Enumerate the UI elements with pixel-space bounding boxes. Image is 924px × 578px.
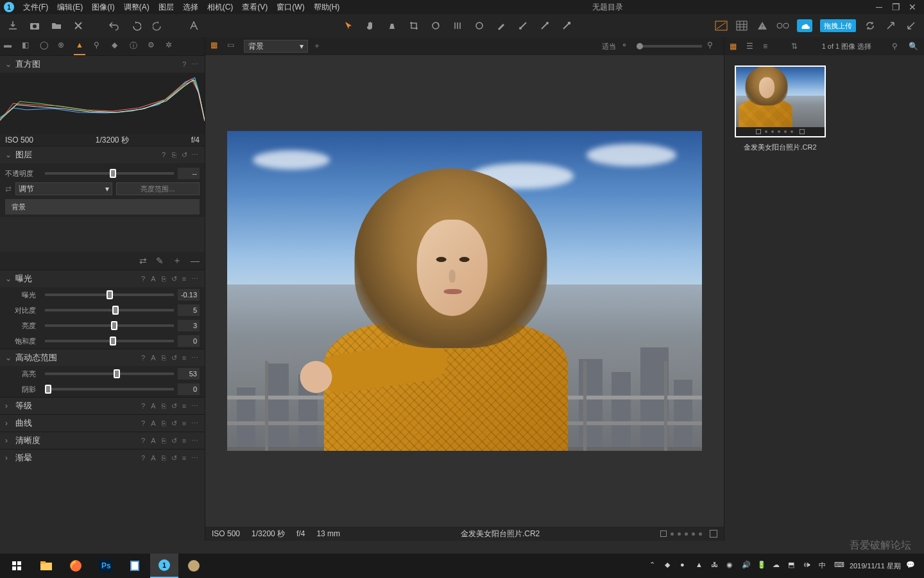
exposure-tab-icon[interactable]: ▲ (76, 40, 87, 52)
tray-battery-icon[interactable]: 🔋 (757, 561, 767, 571)
hdr-header[interactable]: ⌄ 高动态范围 ? A ⎘ ↺ ≡ ⋯ (0, 349, 205, 366)
taskbar-photoshop-icon[interactable]: Ps (91, 554, 119, 578)
add-layer-icon[interactable]: ＋ (173, 255, 182, 267)
collapsed-header[interactable]: › 等级 ? A ⎘ ↺ ≡ ⋯ (0, 398, 205, 414)
panel-menu-icon[interactable]: ⋯ (189, 60, 200, 69)
panel-menu-icon[interactable]: ⋯ (189, 402, 200, 410)
preset-icon[interactable]: ≡ (179, 454, 189, 462)
tray-app2-icon[interactable]: ● (680, 561, 690, 571)
library-tab-icon[interactable]: ▬ (4, 40, 15, 52)
collapsed-header[interactable]: › 曲线 ? A ⎘ ↺ ≡ ⋯ (0, 415, 205, 432)
layer-dropdown[interactable]: 背景▾ (244, 40, 308, 53)
copy-icon[interactable]: ⎘ (158, 354, 169, 362)
hand-tool-icon[interactable] (364, 19, 377, 32)
taskbar-explorer-icon[interactable] (32, 554, 60, 578)
reset-icon[interactable]: ↺ (169, 275, 179, 283)
details-tab-icon[interactable]: ⚲ (94, 40, 105, 52)
delete-layer-icon[interactable]: — (191, 256, 200, 266)
slider-value[interactable]: 3 (178, 320, 200, 331)
undo-icon[interactable] (108, 19, 121, 32)
warning-alert-icon[interactable] (756, 19, 769, 32)
window-minimize-icon[interactable]: ─ (871, 2, 887, 12)
erase-mask-icon[interactable] (560, 19, 573, 32)
copy-icon[interactable]: ⎘ (158, 437, 169, 444)
copy-icon[interactable]: ⎘ (158, 454, 169, 462)
menu-window[interactable]: 窗口(W) (273, 1, 308, 14)
window-maximize-icon[interactable]: ❐ (888, 2, 903, 12)
collapsed-header[interactable]: › 渐晕 ? A ⎘ ↺ ≡ ⋯ (0, 450, 205, 466)
cursor-tool-icon[interactable] (342, 19, 355, 32)
cloud-sync-icon[interactable] (797, 19, 812, 32)
spot-tool-icon[interactable] (473, 19, 486, 32)
thumb-grid-icon[interactable]: ▦ (730, 42, 740, 51)
opacity-value[interactable]: -- (178, 168, 200, 179)
sort-icon[interactable]: ⇅ (791, 42, 801, 51)
taskbar-captureone-icon[interactable]: 1 (150, 554, 178, 578)
tray-notifications-icon[interactable]: 💬 (906, 561, 916, 571)
redo-icon[interactable] (151, 19, 164, 32)
undo-step-icon[interactable] (130, 19, 142, 32)
tray-wifi-icon[interactable]: ◉ (726, 561, 737, 571)
slider-value[interactable]: 5 (178, 304, 200, 316)
auto-icon[interactable]: A (148, 275, 158, 283)
help-icon[interactable]: ? (138, 354, 148, 362)
gradient-mask-icon[interactable] (517, 19, 529, 32)
auto-icon[interactable]: A (148, 419, 158, 427)
thumbnail-item[interactable] (735, 66, 826, 137)
collapsed-header[interactable]: › 清晰度 ? A ⎘ ↺ ≡ ⋯ (0, 432, 205, 449)
exposure-slider[interactable] (45, 324, 174, 327)
zoom-slider[interactable] (638, 45, 702, 48)
preset-icon[interactable]: ≡ (179, 354, 189, 362)
heal-brush-icon[interactable] (495, 19, 508, 32)
auto-icon[interactable]: A (148, 454, 158, 462)
auto-adjust-icon[interactable] (187, 19, 200, 32)
capture-tab-icon[interactable]: ◧ (22, 40, 33, 52)
slider-value[interactable]: 0 (178, 383, 200, 395)
reset-icon[interactable]: ↺ (169, 437, 179, 445)
swap-layers-icon[interactable]: ⇄ (139, 256, 147, 266)
reset-icon[interactable]: ↺ (169, 354, 179, 362)
preset-icon[interactable]: ≡ (179, 402, 189, 410)
copy-icon[interactable]: ⎘ (158, 275, 169, 283)
reset-icon[interactable]: ↺ (169, 454, 179, 462)
taskbar-notes-icon[interactable] (121, 554, 149, 578)
panel-menu-icon[interactable]: ⋯ (189, 419, 200, 428)
menu-file[interactable]: 文件(F) (19, 1, 52, 14)
menu-layer[interactable]: 图层 (155, 1, 178, 14)
thumb-details-icon[interactable]: ≡ (763, 42, 773, 51)
slider-value[interactable]: 0 (178, 335, 200, 347)
panel-menu-icon[interactable]: ⋯ (189, 437, 200, 445)
upload-button[interactable]: 拖拽上传 (820, 19, 856, 32)
luminosity-range-button[interactable]: 亮度范围... (116, 182, 200, 195)
start-button[interactable] (3, 554, 31, 578)
reset-icon[interactable]: ↺ (169, 419, 179, 428)
settings-tab-icon[interactable]: ✲ (166, 40, 177, 52)
color-tab-icon[interactable]: ⊗ (58, 40, 69, 52)
window-close-icon[interactable]: ✕ (905, 2, 920, 12)
rotate-tool-icon[interactable] (429, 19, 442, 32)
tray-keyboard-icon[interactable]: ⌨ (834, 561, 844, 571)
panel-menu-icon[interactable]: ⋯ (189, 454, 200, 462)
taskbar-firefox-icon[interactable] (62, 554, 90, 578)
help-icon[interactable]: ? (138, 402, 148, 410)
tray-volume-icon[interactable]: 🔊 (742, 561, 752, 571)
loupe-tool-icon[interactable] (386, 19, 398, 32)
exposure-slider[interactable] (45, 309, 174, 311)
menu-camera[interactable]: 相机(C) (203, 1, 237, 14)
help-icon[interactable]: ? (138, 419, 148, 427)
grid-view-icon[interactable]: ▦ (210, 40, 222, 52)
help-icon[interactable]: ? (179, 60, 189, 68)
image-canvas[interactable] (205, 55, 724, 527)
preset-icon[interactable]: ≡ (179, 275, 189, 283)
rating-control[interactable] (660, 530, 717, 538)
adjustment-select[interactable]: 调节▾ (15, 182, 112, 195)
help-icon[interactable]: ? (138, 437, 148, 444)
copy-icon[interactable]: ⎘ (158, 419, 169, 427)
menu-select[interactable]: 选择 (179, 1, 202, 14)
layers-header[interactable]: ⌄ 图层 ? ⎘ ↺ ⋯ (0, 146, 205, 163)
before-after-icon[interactable] (776, 19, 789, 32)
reset-icon[interactable]: ↺ (169, 402, 179, 410)
metadata-tab-icon[interactable]: ⓘ (130, 40, 141, 52)
panel-menu-icon[interactable]: ⋯ (189, 275, 200, 283)
opacity-slider[interactable] (45, 172, 174, 175)
